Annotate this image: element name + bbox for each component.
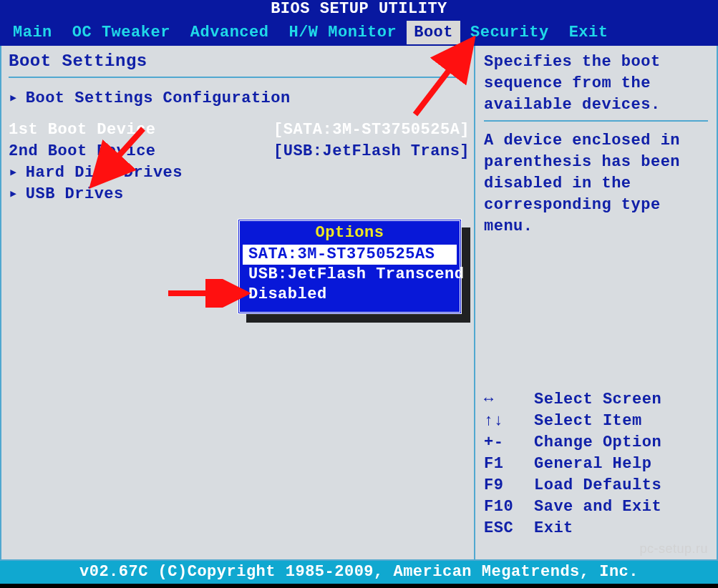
popup-option-sata[interactable]: SATA:3M-ST3750525AS: [243, 245, 457, 265]
menu-value: [USB:JetFlash Trans]: [273, 141, 470, 162]
help-separator: [484, 120, 708, 122]
help-paragraph-2: A device enclosed in parenthesis has bee…: [484, 130, 708, 237]
key-desc: Select Screen: [534, 389, 661, 411]
tab-boot[interactable]: Boot: [407, 21, 460, 44]
key-desc: Exit: [534, 518, 573, 539]
spacer: [9, 109, 467, 119]
tab-main[interactable]: Main: [3, 21, 62, 44]
footer-copyright: v02.67C (C)Copyright 1985-2009, American…: [0, 561, 718, 584]
watermark: pc-setup.ru: [639, 542, 708, 557]
menu-label: Boot Settings Configuration: [26, 88, 291, 109]
tab-oc-tweaker[interactable]: OC Tweaker: [62, 21, 180, 44]
key-load-defaults: F9 Load Defaults: [484, 475, 708, 496]
key-desc: Load Defaults: [534, 475, 661, 496]
key-desc: Save and Exit: [534, 496, 661, 518]
key-general-help: F1 General Help: [484, 454, 708, 475]
menu-boot-settings-config[interactable]: Boot Settings Configuration: [9, 88, 467, 109]
tab-exit[interactable]: Exit: [559, 21, 618, 44]
menu-label: 2nd Boot Device: [9, 141, 273, 162]
main-panel: Boot Settings Boot Settings Configuratio…: [1, 46, 474, 559]
key-legend: ↔ Select Screen ↑↓ Select Item +- Change…: [484, 389, 708, 539]
separator: [9, 77, 467, 78]
section-title: Boot Settings: [9, 52, 467, 71]
key-symbol: F1: [484, 454, 534, 475]
menu-value: [SATA:3M-ST3750525A]: [273, 119, 470, 141]
menu-label: 1st Boot Device: [9, 119, 273, 141]
menu-1st-boot-device[interactable]: 1st Boot Device [SATA:3M-ST3750525A]: [9, 119, 467, 141]
options-popup: Options SATA:3M-ST3750525AS USB:JetFlash…: [238, 219, 462, 314]
tab-advanced[interactable]: Advanced: [180, 21, 279, 44]
key-desc: Change Option: [534, 432, 661, 454]
key-exit: ESC Exit: [484, 518, 708, 539]
menu-usb-drives[interactable]: USB Drives: [9, 184, 467, 205]
key-symbol: ↑↓: [484, 411, 534, 432]
help-paragraph-1: Specifies the boot sequence from the ava…: [484, 52, 708, 116]
key-symbol: ↔: [484, 389, 534, 411]
menu-label: USB Drives: [26, 184, 291, 205]
tab-security[interactable]: Security: [460, 21, 559, 44]
key-symbol: F9: [484, 475, 534, 496]
key-symbol: F10: [484, 496, 534, 518]
menu-hard-disk-drives[interactable]: Hard Disk Drives: [9, 162, 467, 184]
key-symbol: +-: [484, 432, 534, 454]
menu-label: Hard Disk Drives: [26, 162, 291, 184]
popup-option-disabled[interactable]: Disabled: [248, 285, 451, 305]
bios-screen: BIOS SETUP UTILITY Main OC Tweaker Advan…: [0, 0, 718, 588]
popup-title: Options: [248, 224, 451, 242]
content-wrap: Boot Settings Boot Settings Configuratio…: [0, 46, 718, 561]
app-title: BIOS SETUP UTILITY: [271, 0, 447, 18]
key-desc: General Help: [534, 454, 651, 475]
menu-2nd-boot-device[interactable]: 2nd Boot Device [USB:JetFlash Trans]: [9, 141, 467, 162]
tab-hw-monitor[interactable]: H/W Monitor: [278, 21, 407, 44]
key-save-and-exit: F10 Save and Exit: [484, 496, 708, 518]
title-bar: BIOS SETUP UTILITY: [0, 0, 718, 19]
tab-bar: Main OC Tweaker Advanced H/W Monitor Boo…: [0, 19, 718, 46]
key-desc: Select Item: [534, 411, 642, 432]
help-panel: Specifies the boot sequence from the ava…: [474, 46, 717, 559]
key-select-screen: ↔ Select Screen: [484, 389, 708, 411]
key-change-option: +- Change Option: [484, 432, 708, 454]
popup-option-usb[interactable]: USB:JetFlash Transcend: [248, 265, 451, 285]
key-symbol: ESC: [484, 518, 534, 539]
key-select-item: ↑↓ Select Item: [484, 411, 708, 432]
